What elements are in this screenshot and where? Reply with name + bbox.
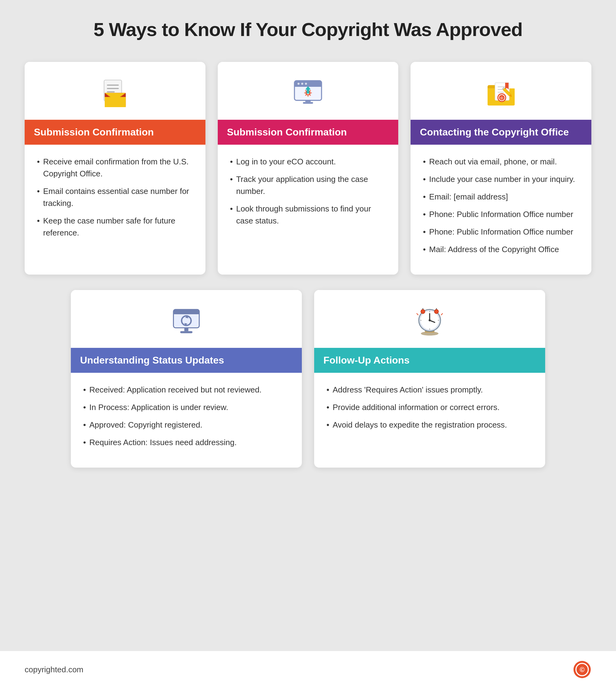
- card-body-5: Address 'Requires Action' issues promptl…: [314, 373, 545, 467]
- email-icon: [98, 77, 132, 111]
- card-icon-area-5: [314, 290, 545, 348]
- card-icon-area-3: ©: [411, 62, 591, 120]
- card-header-text-1: Submission Confirmation: [34, 127, 154, 138]
- card-body-2: Log in to your eCO account. Track your a…: [218, 145, 399, 275]
- list-item: Received: Application received but not r…: [83, 384, 289, 396]
- list-item: Look through submissions to find your ca…: [230, 203, 386, 227]
- list-item: In Process: Application is under review.: [83, 402, 289, 413]
- card-header-4: Understanding Status Updates: [71, 348, 302, 373]
- copyright-office-icon: ©: [484, 77, 518, 111]
- svg-line-27: [306, 95, 306, 95]
- card-contacting-copyright-office: © Contacting the Copyright Office Reach …: [411, 62, 591, 275]
- card-submission-confirmation-2: Submission Confirmation Log in to your e…: [218, 62, 399, 275]
- list-item: Reach out via email, phone, or mail.: [423, 156, 579, 168]
- svg-point-15: [298, 83, 300, 85]
- svg-line-66: [417, 314, 418, 315]
- svg-line-25: [310, 95, 311, 95]
- list-item: Log in to your eCO account.: [230, 156, 386, 168]
- svg-line-24: [306, 90, 306, 91]
- svg-point-16: [301, 83, 303, 85]
- list-item: Include your case number in your inquiry…: [423, 173, 579, 185]
- card-body-1: Receive email confirmation from the U.S.…: [25, 145, 205, 275]
- page-title: 5 Ways to Know If Your Copyright Was App…: [94, 19, 523, 40]
- svg-text:©: ©: [580, 666, 585, 673]
- card-header-3: Contacting the Copyright Office: [411, 120, 591, 145]
- footer-logo-icon: ©: [573, 660, 591, 679]
- bottom-row: Understanding Status Updates Received: A…: [25, 290, 591, 467]
- card-submission-confirmation-1: Submission Confirmation Receive email co…: [25, 62, 205, 275]
- status-updates-icon: [169, 305, 203, 339]
- card-icon-area-2: [218, 62, 399, 120]
- card-header-text-4: Understanding Status Updates: [80, 354, 224, 366]
- svg-rect-29: [305, 100, 311, 102]
- card-icon-area-1: [25, 62, 205, 120]
- svg-text:©: ©: [500, 96, 503, 100]
- card-list-1: Receive email confirmation from the U.S.…: [37, 156, 193, 239]
- card-header-text-5: Follow-Up Actions: [324, 354, 410, 366]
- list-item: Receive email confirmation from the U.S.…: [37, 156, 193, 180]
- card-header-text-2: Submission Confirmation: [227, 127, 347, 138]
- svg-rect-49: [184, 328, 188, 331]
- card-list-3: Reach out via email, phone, or mail. Inc…: [423, 156, 579, 255]
- list-item: Keep the case number safe for future ref…: [37, 215, 193, 239]
- list-item: Track your application using the case nu…: [230, 173, 386, 197]
- svg-rect-45: [173, 312, 199, 314]
- svg-line-26: [310, 90, 311, 91]
- list-item: Mail: Address of the Copyright Office: [423, 244, 579, 255]
- list-item: Approved: Copyright registered.: [83, 419, 289, 431]
- svg-line-67: [441, 314, 442, 315]
- card-understanding-status-updates: Understanding Status Updates Received: A…: [71, 290, 302, 467]
- svg-point-62: [421, 309, 425, 313]
- list-item: Email: [email address]: [423, 191, 579, 203]
- card-list-2: Log in to your eCO account. Track your a…: [230, 156, 386, 227]
- list-item: Provide additional information or correc…: [327, 402, 533, 413]
- card-list-4: Received: Application received but not r…: [83, 384, 289, 449]
- eco-account-icon: [291, 77, 325, 111]
- card-body-4: Received: Application received but not r…: [71, 373, 302, 467]
- svg-rect-46: [175, 315, 198, 326]
- footer: copyrighted.com ©: [0, 651, 616, 688]
- list-item: Requires Action: Issues need addressing.: [83, 436, 289, 449]
- svg-point-64: [434, 309, 438, 313]
- svg-point-17: [305, 83, 307, 85]
- card-header-5: Follow-Up Actions: [314, 348, 545, 373]
- top-row: Submission Confirmation Receive email co…: [25, 62, 591, 275]
- list-item: Address 'Requires Action' issues promptl…: [327, 384, 533, 396]
- card-list-5: Address 'Requires Action' issues promptl…: [327, 384, 533, 431]
- followup-icon: [413, 305, 447, 339]
- svg-rect-30: [303, 102, 313, 104]
- list-item: Avoid delays to expedite the registratio…: [327, 419, 533, 431]
- svg-point-57: [429, 319, 431, 321]
- card-body-3: Reach out via email, phone, or mail. Inc…: [411, 145, 591, 275]
- list-item: Email contains essential case number for…: [37, 185, 193, 209]
- list-item: Phone: Public Information Office number: [423, 226, 579, 238]
- card-icon-area-4: [71, 290, 302, 348]
- svg-rect-50: [180, 331, 193, 334]
- card-header-text-3: Contacting the Copyright Office: [420, 127, 569, 138]
- page-wrapper: 5 Ways to Know If Your Copyright Was App…: [0, 0, 616, 486]
- list-item: Phone: Public Information Office number: [423, 208, 579, 221]
- footer-domain: copyrighted.com: [25, 665, 84, 674]
- card-follow-up-actions: Follow-Up Actions Address 'Requires Acti…: [314, 290, 545, 467]
- card-header-1: Submission Confirmation: [25, 120, 205, 145]
- card-header-2: Submission Confirmation: [218, 120, 399, 145]
